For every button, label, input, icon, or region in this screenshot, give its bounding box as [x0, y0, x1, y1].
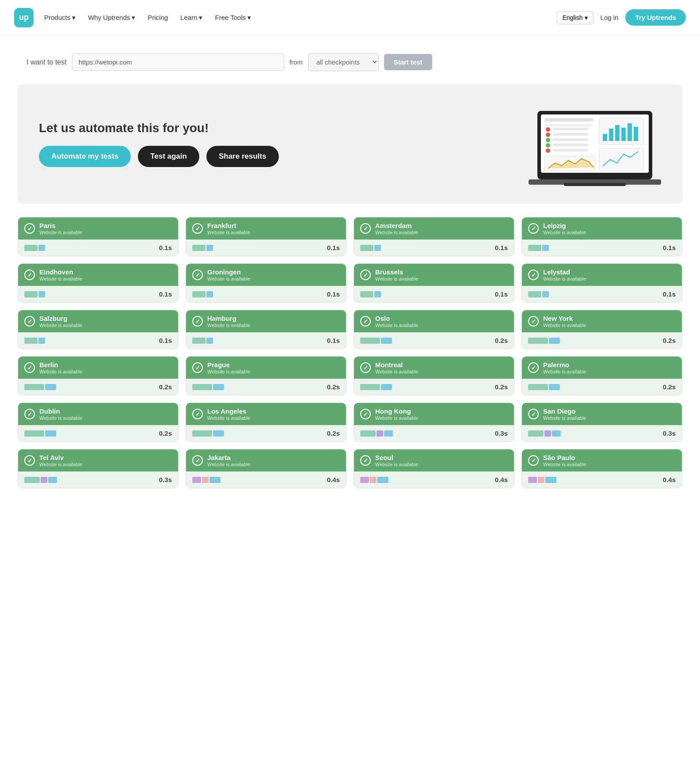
nav-pricing[interactable]: Pricing — [148, 14, 168, 21]
login-button[interactable]: Log in — [601, 14, 619, 21]
result-card: Hong Kong Website is available 0.3s — [354, 403, 514, 442]
check-icon — [528, 409, 539, 419]
card-body: 0.4s — [354, 471, 514, 488]
card-city: Los Angeles — [207, 407, 250, 415]
check-icon — [24, 455, 35, 466]
card-city: Leipzig — [543, 222, 586, 229]
card-status: Website is available — [375, 462, 418, 467]
try-uptrends-button[interactable]: Try Uptrends — [625, 9, 686, 26]
card-status: Website is available — [39, 276, 82, 281]
search-bar: I want to test from all checkpoints Star… — [27, 53, 673, 71]
card-header: Montreal Website is available — [354, 357, 514, 379]
svg-rect-22 — [634, 127, 638, 141]
result-card: Lelystad Website is available 0.1s — [521, 263, 682, 303]
nav-free-tools[interactable]: Free Tools ▾ — [215, 14, 251, 22]
result-card: Palermo Website is available 0.2s — [521, 356, 682, 395]
svg-rect-3 — [564, 183, 626, 186]
chevron-down-icon: ▾ — [585, 14, 588, 21]
card-status: Website is available — [543, 415, 586, 421]
nav-why-uptrends[interactable]: Why Uptrends ▾ — [88, 14, 135, 22]
card-bar — [528, 384, 658, 390]
share-results-button[interactable]: Share results — [206, 146, 279, 167]
card-city: Jakarta — [207, 454, 250, 461]
card-body: 0.3s — [522, 425, 682, 441]
checkpoint-selector[interactable]: all checkpoints — [308, 53, 379, 71]
card-status: Website is available — [207, 230, 250, 235]
search-input[interactable] — [72, 53, 284, 71]
card-body: 0.2s — [522, 379, 682, 395]
from-label: from — [289, 58, 303, 66]
result-card: Hamburg Website is available 0.1s — [186, 310, 346, 349]
card-status: Website is available — [207, 276, 250, 281]
card-bar — [360, 245, 491, 251]
card-city: Montreal — [375, 361, 418, 369]
check-icon — [192, 455, 203, 466]
automate-tests-button[interactable]: Automate my tests — [39, 146, 131, 167]
results-grid: Paris Website is available 0.1s Frankfur… — [18, 217, 682, 488]
card-status: Website is available — [207, 323, 250, 328]
card-bar — [24, 245, 155, 251]
card-body: 0.2s — [522, 332, 682, 349]
svg-rect-5 — [544, 124, 593, 127]
svg-rect-23 — [599, 148, 643, 171]
svg-rect-19 — [615, 125, 620, 141]
card-status: Website is available — [39, 369, 82, 374]
nav-products[interactable]: Products ▾ — [44, 14, 76, 22]
card-time: 0.3s — [159, 476, 172, 483]
card-body: 0.1s — [186, 286, 346, 302]
card-header: Frankfurt Website is available — [186, 217, 346, 240]
card-status: Website is available — [543, 369, 586, 374]
card-time: 0.4s — [663, 476, 676, 483]
check-icon — [360, 270, 371, 280]
result-card: São Paulo Website is available 0.4s — [521, 449, 682, 488]
card-header: San Diego Website is available — [522, 403, 682, 425]
chevron-down-icon: ▾ — [72, 14, 76, 22]
result-card: Los Angeles Website is available 0.2s — [186, 403, 346, 442]
start-test-button[interactable]: Start test — [384, 54, 432, 70]
check-icon — [360, 455, 371, 466]
card-body: 0.3s — [354, 425, 514, 441]
promo-buttons: Automate my tests Test again Share resul… — [39, 146, 279, 167]
svg-point-9 — [546, 143, 550, 148]
nav-learn[interactable]: Learn ▾ — [180, 14, 202, 22]
check-icon — [192, 362, 203, 373]
card-time: 0.2s — [663, 383, 676, 391]
svg-rect-21 — [628, 123, 632, 141]
card-city: Berlin — [39, 361, 82, 369]
result-card: San Diego Website is available 0.3s — [521, 403, 682, 442]
check-icon — [24, 409, 35, 419]
logo[interactable]: up — [14, 8, 34, 27]
card-bar — [192, 384, 323, 390]
card-header: Amsterdam Website is available — [354, 217, 514, 240]
card-status: Website is available — [39, 415, 82, 421]
card-time: 0.1s — [159, 337, 172, 344]
card-status: Website is available — [39, 323, 82, 328]
check-icon — [192, 270, 203, 280]
card-city: Amsterdam — [375, 222, 418, 229]
test-again-button[interactable]: Test again — [138, 146, 199, 167]
card-time: 0.1s — [159, 290, 172, 298]
card-body: 0.2s — [18, 425, 178, 441]
card-city: São Paulo — [543, 454, 586, 461]
svg-point-7 — [546, 133, 550, 137]
promo-illustration — [529, 102, 661, 186]
card-city: Hong Kong — [375, 407, 418, 415]
check-icon — [360, 409, 371, 419]
result-card: Frankfurt Website is available 0.1s — [186, 217, 346, 256]
card-time: 0.1s — [663, 290, 676, 298]
card-bar — [192, 291, 323, 297]
card-time: 0.3s — [663, 430, 676, 437]
card-city: Salzburg — [39, 315, 82, 322]
card-time: 0.1s — [663, 244, 676, 251]
chevron-down-icon: ▾ — [247, 14, 251, 22]
card-body: 0.2s — [354, 379, 514, 395]
card-status: Website is available — [207, 369, 250, 374]
card-body: 0.2s — [354, 332, 514, 349]
card-city: Lelystad — [543, 268, 586, 276]
chevron-down-icon: ▾ — [199, 14, 202, 22]
card-time: 0.4s — [495, 476, 508, 483]
card-bar — [528, 245, 658, 251]
card-status: Website is available — [543, 230, 586, 235]
language-selector[interactable]: English ▾ — [557, 11, 593, 24]
card-body: 0.1s — [186, 240, 346, 256]
